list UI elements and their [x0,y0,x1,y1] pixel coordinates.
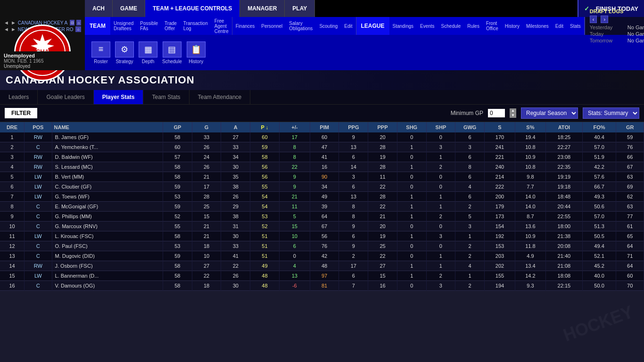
tab-team-stats[interactable]: Team Stats [143,90,189,104]
nav-tab-team-league[interactable]: TEAM + LEAGUE CONTROLS [145,0,240,17]
col-a[interactable]: A [221,122,250,132]
draft-next-button[interactable]: › [601,16,608,23]
col-pim[interactable]: PIM [310,122,339,132]
team2-home-icon[interactable]: ⌂ [75,26,81,32]
table-row[interactable]: 11 LW L. Kirouac (FSC) 58 21 30 51 10 56… [0,231,644,241]
col-shp[interactable]: SHP [426,122,455,132]
events-item[interactable]: Events [417,17,438,35]
tab-leaders[interactable]: Leaders [0,90,38,104]
tab-team-attendance[interactable]: Team Attendance [190,90,251,104]
team-menu-title[interactable]: TEAM [85,17,110,35]
table-row[interactable]: 4 RW S. Lessard (MC) 58 26 30 56 22 16 1… [0,162,644,172]
col-shg[interactable]: SHG [397,122,426,132]
table-row[interactable]: 1 RW B. James (GF) 58 33 27 60 17 60 9 2… [0,132,644,142]
cell-name[interactable]: B. Vert (MM) [52,172,163,182]
strategy-button[interactable]: ⚙ Strategy [115,41,134,64]
scouting-item[interactable]: Scouting [316,17,341,35]
milestones-item[interactable]: Milestones [523,17,552,35]
table-row[interactable]: 16 C V. Damours (OG) 58 18 30 48 -6 81 7… [0,281,644,291]
cell-name[interactable]: J. Osborn (FSC) [52,261,163,271]
tab-player-stats[interactable]: Player Stats [94,90,144,104]
cell-name[interactable]: D. Baldwin (WF) [52,152,163,162]
col-name[interactable]: NAME [52,122,163,132]
finances-item[interactable]: Finances [232,17,258,35]
col-atoi[interactable]: ATOI [545,122,582,132]
depth-button[interactable]: ▦ Depth [139,41,157,64]
cell-name[interactable]: S. Lessard (MC) [52,162,163,172]
team1-bookmark-icon[interactable]: ⊡ [70,20,74,25]
league-menu-title[interactable]: LEAGUE [356,17,389,35]
standings-item[interactable]: Standings [389,17,417,35]
cell-name[interactable]: E. McGonigal (GF) [52,202,163,212]
schedule-item[interactable]: Schedule [438,17,464,35]
personnel-item[interactable]: Personnel [258,17,286,35]
nav-tab-play[interactable]: PLAY [285,0,315,17]
history-item[interactable]: History [502,17,523,35]
cell-name[interactable]: M. Dugovic (DID) [52,251,163,261]
col-dre[interactable]: DRE [0,122,25,132]
cell-name[interactable]: G. Phillips (MM) [52,212,163,222]
table-row[interactable]: 6 LW C. Cloutier (GF) 59 17 38 55 9 34 6… [0,182,644,192]
col-s[interactable]: S [484,122,515,132]
nav-tab-manager[interactable]: MANAGER [240,0,285,17]
cell-name[interactable]: B. James (GF) [52,132,163,142]
cell-name[interactable]: L. Bannerman (D... [52,271,163,281]
table-row[interactable]: 2 C A. Yemchenko (T... 60 26 33 59 8 47 … [0,142,644,152]
nav-tab-ach[interactable]: ACH [85,0,113,17]
col-gwg[interactable]: GWG [455,122,485,132]
table-row[interactable]: 14 RW J. Osborn (FSC) 58 27 22 49 4 48 1… [0,261,644,271]
table-row[interactable]: 8 C E. McGonigal (GF) 59 25 29 54 11 39 … [0,202,644,212]
tab-goalie-leaders[interactable]: Goalie Leaders [38,90,93,104]
left-arrow-icon[interactable]: ◄ [4,20,9,25]
min-gp-up[interactable]: ▲ [510,108,516,113]
col-ppg[interactable]: PPG [339,122,368,132]
cell-name[interactable]: G. Toews (WF) [52,192,163,202]
table-row[interactable]: 13 C M. Dugovic (DID) 59 10 41 51 0 42 2… [0,251,644,261]
team-menu-free-agent[interactable]: Free Agent Centre [211,17,232,35]
min-gp-down[interactable]: ▼ [510,113,516,118]
table-row[interactable]: 12 C O. Paul (FSC) 53 18 33 51 6 76 9 25… [0,241,644,251]
cell-name[interactable]: C. Cloutier (GF) [52,182,163,192]
schedule-button[interactable]: ▤ Schedule [162,41,182,64]
left-arrow2-icon[interactable]: ◄ [4,26,9,32]
filter-button[interactable]: FILTER [5,108,37,118]
col-p[interactable]: P ↓ [250,122,280,132]
cell-name[interactable]: O. Paul (FSC) [52,241,163,251]
table-row[interactable]: 3 RW D. Baldwin (WF) 57 24 34 58 8 41 6 … [0,152,644,162]
col-pos[interactable]: POS [25,122,52,132]
stats-item[interactable]: Stats [567,17,584,35]
front-office-item[interactable]: Front Office [483,17,502,35]
nav-tab-game[interactable]: GAME [113,0,145,17]
team-menu-transaction[interactable]: Transaction Log [180,17,211,35]
team-menu-possible-fas[interactable]: Possible FAs [137,17,161,35]
min-gp-input[interactable] [488,109,505,117]
col-gr[interactable]: GR [616,122,644,132]
salary-item[interactable]: Salary Obligations [286,17,316,35]
cell-name[interactable]: A. Yemchenko (T... [52,142,163,152]
team-menu-unsigned[interactable]: Unsigned Draftees [110,17,137,35]
col-ppp[interactable]: PPP [368,122,397,132]
right-arrow2-icon[interactable]: ► [11,26,16,32]
table-row[interactable]: 5 LW B. Vert (MM) 58 21 35 56 9 90 3 11 … [0,172,644,182]
cell-name[interactable]: V. Damours (OG) [52,281,163,291]
col-fo[interactable]: FO% [582,122,616,132]
rules-item[interactable]: Rules [464,17,483,35]
table-row[interactable]: 15 LW L. Bannerman (D... 58 22 26 48 13 … [0,271,644,281]
cell-name[interactable]: G. Marcoux (RNV) [52,222,163,231]
draft-prev-button[interactable]: ‹ [590,16,597,23]
table-row[interactable]: 10 C G. Marcoux (RNV) 55 21 31 52 15 67 … [0,222,644,231]
team1-home-icon[interactable]: ⌂ [76,20,81,25]
col-gp[interactable]: GP [163,122,192,132]
season-select[interactable]: Regular Season [521,107,578,119]
table-row[interactable]: 9 C G. Phillips (MM) 52 15 38 53 5 64 8 … [0,212,644,222]
col-sp[interactable]: S% [515,122,545,132]
col-pm[interactable]: +/- [279,122,310,132]
team-menu-trade[interactable]: Trade Offer [161,17,180,35]
history-button[interactable]: 📋 History [187,41,206,64]
table-row[interactable]: 7 LW G. Toews (WF) 53 28 26 54 21 49 13 … [0,192,644,202]
cell-name[interactable]: L. Kirouac (FSC) [52,231,163,241]
right-arrow-icon[interactable]: ► [11,20,16,25]
col-g[interactable]: G [192,122,221,132]
stats-select[interactable]: Stats: Summary [583,107,639,119]
stats-table-container[interactable]: DRE POS NAME GP G A P ↓ +/- PIM PPG PPP … [0,122,644,291]
